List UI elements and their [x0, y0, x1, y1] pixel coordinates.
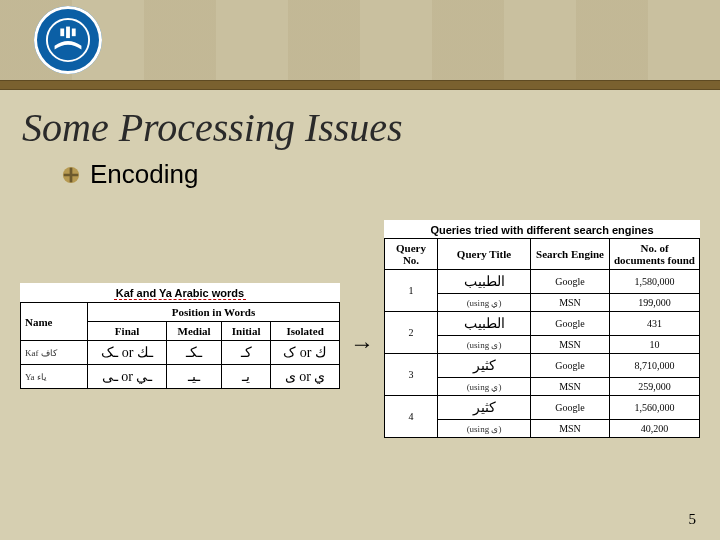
- table-row: 3 كثير Google 8,710,000: [385, 354, 700, 378]
- bullet-label: Encoding: [90, 159, 198, 190]
- svg-point-0: [47, 19, 89, 61]
- kaf-ya-table: Kaf and Ya Arabic words Name Position in…: [20, 283, 340, 389]
- col-doc-count: No. of documents found: [610, 239, 700, 270]
- col-final: Final: [88, 322, 167, 341]
- queries-table: Queries tried with different search engi…: [384, 220, 700, 438]
- svg-rect-1: [66, 27, 70, 39]
- col-position-header: Position in Words: [88, 303, 340, 322]
- bullet-item: Encoding: [62, 159, 720, 190]
- table-row: 2 الطبيب Google 431: [385, 312, 700, 336]
- col-query-title: Query Title: [438, 239, 531, 270]
- svg-rect-3: [72, 29, 76, 37]
- kaf-ya-caption: Kaf and Ya Arabic words: [20, 283, 340, 302]
- slide-title: Some Processing Issues: [22, 104, 720, 151]
- header-background: [0, 0, 720, 80]
- queries-caption: Queries tried with different search engi…: [384, 220, 700, 238]
- arrow-right-icon: →: [350, 330, 374, 358]
- table-row: Kaf كاف ـك or ـک ـكـ كـ ك or ک: [21, 341, 340, 365]
- col-name: Name: [21, 303, 88, 341]
- table-row: 1 الطبيب Google 1,580,000: [385, 270, 700, 294]
- table-row: Ya ياء ـي or ـى ـيـ يـ ي or ى: [21, 365, 340, 389]
- table-row: 4 كثير Google 1,560,000: [385, 396, 700, 420]
- col-medial: Medial: [167, 322, 222, 341]
- header-divider: [0, 80, 720, 90]
- university-logo: [34, 6, 102, 74]
- svg-rect-2: [60, 29, 64, 37]
- book-emblem-icon: [45, 17, 91, 63]
- col-query-no: Query No.: [385, 239, 438, 270]
- col-initial: Initial: [221, 322, 270, 341]
- bullet-icon: [62, 166, 80, 184]
- col-isolated: Isolated: [271, 322, 340, 341]
- col-search-engine: Search Engine: [531, 239, 610, 270]
- page-number: 5: [689, 511, 697, 528]
